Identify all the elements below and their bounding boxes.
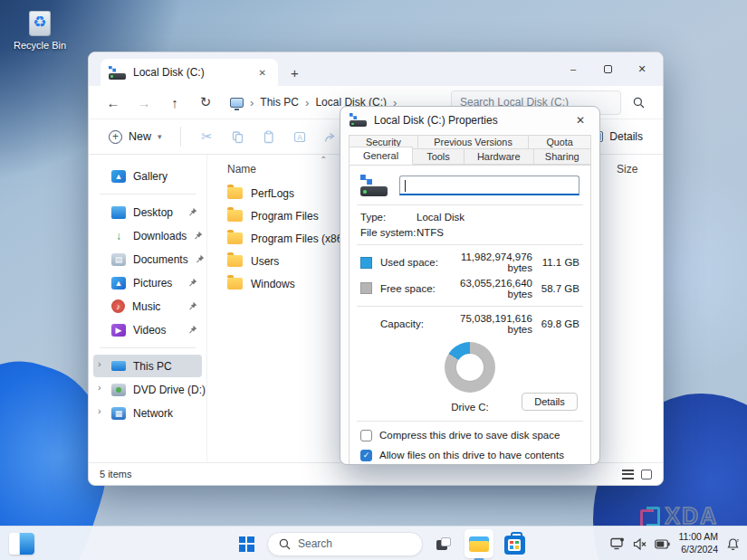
dialog-close-icon[interactable]: ✕	[570, 112, 590, 128]
network-icon: ▦	[111, 407, 126, 420]
sidebar-item-documents[interactable]: ▤ Documents	[93, 248, 202, 271]
sidebar: ▲ Gallery Desktop ↓ Downloads ▤ Document…	[89, 155, 207, 462]
taskbar-search[interactable]: Search	[267, 532, 423, 556]
notification-bell-icon[interactable]: z	[726, 537, 740, 551]
dvd-drive-icon	[111, 384, 126, 396]
file-name: Program Files	[251, 210, 319, 223]
used-space-row: Used space: 11,982,974,976 bytes 11.1 GB	[360, 252, 579, 273]
sidebar-item-pictures[interactable]: ▲ Pictures	[93, 271, 202, 294]
rename-icon[interactable]: A	[284, 124, 315, 149]
breadcrumb-this-pc[interactable]: This PC	[260, 96, 299, 109]
pictures-icon: ▲	[111, 277, 126, 289]
microsoft-store-button[interactable]	[500, 529, 529, 558]
minimize-button[interactable]: –	[556, 52, 590, 85]
sidebar-item-dvd-drive[interactable]: › DVD Drive (D:) D	[93, 378, 202, 401]
general-tab-panel: Type: Local Disk File system: NTFS Used …	[349, 165, 591, 465]
sidebar-item-label: Music	[132, 300, 160, 313]
dialog-title-bar: Local Disk (C:) Properties ✕	[340, 107, 599, 133]
tab-hardware[interactable]: Hardware	[464, 148, 534, 165]
up-button[interactable]: ↑	[161, 90, 188, 115]
music-icon: ♪	[111, 299, 125, 313]
used-space-size: 11.1 GB	[532, 257, 579, 268]
sidebar-item-desktop[interactable]: Desktop	[93, 201, 202, 223]
xda-watermark: XDA	[640, 505, 718, 527]
sidebar-item-network[interactable]: › ▦ Network	[93, 402, 202, 424]
chevron-expand-icon[interactable]: ›	[98, 405, 101, 416]
clock-time: 11:00 AM	[678, 531, 718, 544]
capacity-bytes: 75,038,191,616 bytes	[447, 313, 532, 335]
details-button[interactable]: Details	[522, 393, 578, 411]
this-pc-icon	[111, 361, 126, 371]
chevron-right-icon: ›	[246, 96, 257, 109]
tab-general[interactable]: General	[349, 147, 413, 165]
tab-title: Local Disk (C:)	[133, 66, 205, 79]
widgets-button[interactable]	[9, 533, 34, 555]
column-header-name[interactable]: Name	[220, 163, 256, 176]
capacity-chart-area: Drive C: Details	[360, 338, 579, 414]
capacity-donut	[445, 342, 495, 393]
file-name: Users	[251, 255, 279, 268]
filesystem-value: NTFS	[417, 227, 444, 238]
cut-icon[interactable]: ✂	[192, 124, 223, 149]
task-view-button[interactable]	[429, 529, 458, 558]
used-space-label: Used space:	[380, 257, 447, 268]
chevron-expand-icon[interactable]: ›	[98, 382, 101, 393]
sidebar-item-downloads[interactable]: ↓ Downloads	[93, 224, 202, 247]
back-button[interactable]: ←	[100, 90, 127, 115]
taskbar-clock[interactable]: 11:00 AM 6/3/2024	[678, 531, 718, 555]
chevron-right-icon[interactable]: ›	[302, 96, 312, 109]
maximize-button[interactable]	[590, 52, 625, 85]
new-button[interactable]: + New ▾	[101, 126, 169, 148]
taskbar-search-placeholder: Search	[298, 537, 332, 550]
tab-previous-versions[interactable]: Previous Versions	[418, 135, 529, 149]
column-header-size[interactable]: Size	[617, 163, 637, 176]
file-explorer-taskbar-button[interactable]	[464, 529, 493, 558]
forward-button[interactable]: →	[130, 90, 158, 115]
index-checkbox[interactable]: ✓	[360, 450, 372, 461]
tab-local-disk[interactable]: Local Disk (C:) ✕	[101, 59, 278, 86]
desktop-icon	[111, 206, 126, 219]
tab-close-icon[interactable]: ✕	[255, 67, 270, 79]
network-display-icon[interactable]	[610, 537, 625, 550]
folder-icon	[227, 233, 243, 244]
search-icon[interactable]	[625, 97, 652, 109]
index-checkbox-row[interactable]: ✓ Allow files on this drive to have cont…	[360, 449, 579, 465]
tab-tools[interactable]: Tools	[413, 148, 464, 165]
sidebar-item-videos[interactable]: ▶ Videos	[93, 318, 202, 341]
copy-icon[interactable]	[223, 124, 254, 149]
drive-label-input[interactable]	[399, 176, 579, 195]
gallery-icon: ▲	[111, 170, 126, 183]
battery-icon[interactable]	[655, 539, 670, 549]
list-view-icon[interactable]	[622, 470, 634, 479]
clock-date: 6/3/2024	[678, 544, 718, 556]
thumbnail-view-icon[interactable]	[641, 470, 652, 479]
this-pc-icon	[230, 98, 244, 108]
drive-label-row	[360, 175, 579, 196]
svg-text:A: A	[297, 132, 302, 141]
refresh-button[interactable]: ↻	[192, 90, 219, 115]
tab-quota[interactable]: Quota	[529, 135, 591, 149]
used-space-bytes: 11,982,974,976 bytes	[447, 252, 532, 273]
xda-logo-icon	[640, 507, 660, 527]
compress-checkbox-label: Compress this drive to save disk space	[379, 429, 560, 441]
start-button[interactable]	[232, 529, 261, 558]
close-button[interactable]: ✕	[625, 52, 659, 85]
tab-sharing[interactable]: Sharing	[534, 148, 591, 165]
compress-checkbox-row[interactable]: Compress this drive to save disk space	[360, 429, 579, 441]
toolbar-divider	[180, 127, 181, 147]
folder-icon	[227, 187, 243, 199]
paste-icon[interactable]	[254, 124, 284, 149]
pin-icon	[188, 324, 197, 337]
xda-logo-text: XDA	[665, 505, 718, 527]
volume-muted-icon[interactable]	[633, 538, 646, 550]
recycle-bin-label: Recycle Bin	[11, 40, 69, 51]
pin-icon	[196, 253, 205, 266]
sidebar-item-music[interactable]: ♪ Music	[93, 295, 202, 318]
compress-checkbox[interactable]	[360, 430, 372, 441]
chevron-expand-icon[interactable]: ›	[98, 358, 101, 369]
sidebar-item-gallery[interactable]: ▲ Gallery	[93, 165, 202, 187]
recycle-bin-shortcut[interactable]: ♻ Recycle Bin	[11, 7, 69, 51]
filesystem-label: File system:	[360, 227, 417, 238]
sidebar-item-this-pc[interactable]: › This PC	[93, 355, 202, 377]
new-tab-button[interactable]: +	[291, 65, 299, 81]
